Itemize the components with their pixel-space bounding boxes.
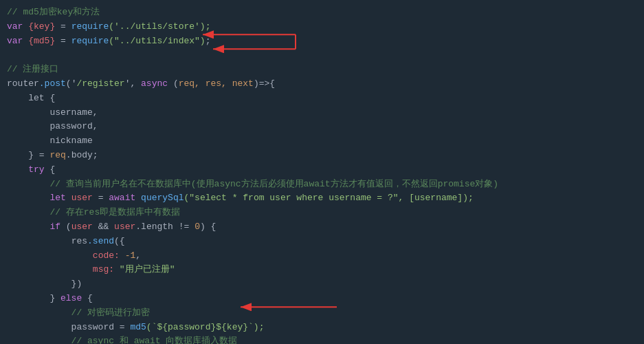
- code-line-3: var {md5} = require("../utils/index");: [0, 34, 644, 49]
- code-line-23: password = md5(`${password}${key}`);: [0, 321, 644, 335]
- code-line-21: } else {: [0, 292, 644, 306]
- code-line-6: router.post('/register', async (req, res…: [0, 77, 644, 92]
- code-line-19: msg: "用户已注册": [0, 263, 644, 277]
- code-line-7: let {: [0, 92, 644, 106]
- code-line-14: let user = await querySql("select * from…: [0, 191, 644, 206]
- code-line-9: password,: [0, 120, 644, 134]
- code-line-10: nickname: [0, 134, 644, 149]
- comment-text: // md5加密key和方法: [7, 6, 100, 20]
- code-line-22: // 对密码进行加密: [0, 306, 644, 321]
- code-line-17: res.send({: [0, 235, 644, 249]
- code-line-1: // md5加密key和方法: [0, 6, 644, 20]
- code-line-11: } = req.body;: [0, 149, 644, 163]
- code-line-13: // 查询当前用户名在不在数据库中(使用async方法后必须使用await方法才…: [0, 178, 644, 192]
- code-line-15: // 存在res即是数据库中有数据: [0, 206, 644, 220]
- code-line-18: code: -1,: [0, 249, 644, 264]
- code-line-12: try {: [0, 163, 644, 178]
- code-line-8: username,: [0, 106, 644, 120]
- code-line-5: // 注册接口: [0, 63, 644, 77]
- code-line-20: }): [0, 277, 644, 292]
- code-editor: // md5加密key和方法 var {key} = require('../u…: [0, 0, 644, 344]
- code-line-4: [0, 48, 644, 63]
- code-line-2: var {key} = require('../utils/store');: [0, 20, 644, 34]
- code-line-16: if (user && user.length != 0) {: [0, 220, 644, 235]
- code-line-24: // async 和 await 向数据库插入数据: [0, 334, 644, 344]
